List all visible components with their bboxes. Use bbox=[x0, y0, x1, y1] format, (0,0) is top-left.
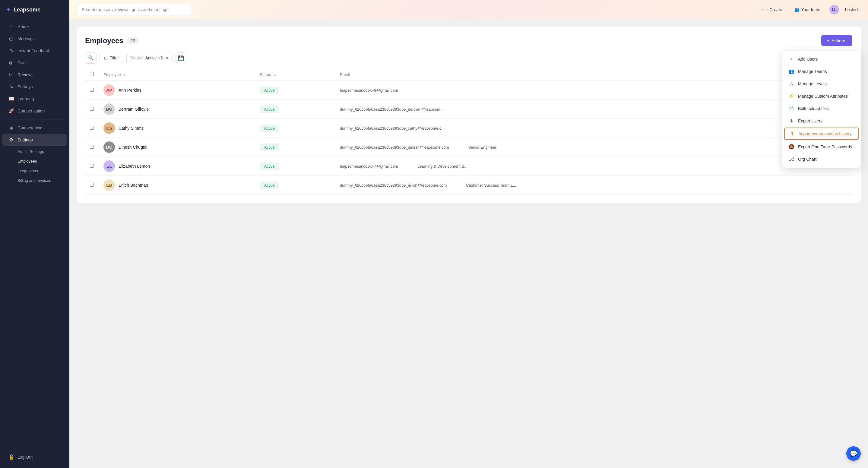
logo[interactable]: ✦ Leapsome bbox=[0, 0, 69, 18]
actions-button[interactable]: ▾ Actions bbox=[821, 35, 852, 46]
team-icon: 👥 bbox=[795, 7, 800, 12]
dropdown-item-import-compensation[interactable]: ⬆ Import compensation history bbox=[784, 128, 859, 140]
sidebar-item-settings[interactable]: ⚙ Settings bbox=[2, 134, 67, 146]
settings-sub-nav: Admin Settings Employees Integrations Bi… bbox=[0, 146, 69, 186]
email-cell: dummy_620cbbfa6aea236c59393db9_bertram@l… bbox=[335, 100, 852, 119]
row-checkbox[interactable] bbox=[90, 164, 94, 168]
select-all-checkbox[interactable] bbox=[90, 72, 94, 76]
dropdown-item-manage-levels[interactable]: △ Manage Levels bbox=[782, 77, 861, 90]
feedback-icon: ✎ bbox=[8, 48, 14, 53]
close-status-filter-icon[interactable]: ✕ bbox=[165, 56, 168, 60]
email-value: dummy_620cbbfa6aea236c59393db9_erlich@le… bbox=[340, 183, 447, 188]
employee-cell: BG Bertram Gilfoyle bbox=[99, 100, 255, 119]
row-checkbox[interactable] bbox=[90, 183, 94, 187]
email-value: dummy_620cbbfa6aea236c59393db9_bertram@l… bbox=[340, 107, 443, 112]
manage-custom-attrs-label: Manage Custom Attributes bbox=[798, 94, 848, 99]
export-passwords-label: Export One-Time-Passwords bbox=[798, 145, 852, 149]
email-value: dummy_620cbbfa6aea236c59393db9_cathy@lea… bbox=[340, 126, 444, 131]
import-compensation-icon: ⬆ bbox=[789, 131, 795, 136]
status-badge: Active bbox=[260, 144, 279, 151]
row-checkbox[interactable] bbox=[90, 145, 94, 149]
user-avatar[interactable]: LL bbox=[829, 5, 839, 14]
sidebar-item-surveys[interactable]: ∿ Surveys bbox=[2, 81, 67, 93]
save-filter-button[interactable]: 💾 bbox=[176, 53, 186, 63]
card-header: Employees 23 ▾ Actions bbox=[85, 35, 852, 46]
dropdown-item-manage-custom-attrs[interactable]: ⚡ Manage Custom Attributes bbox=[782, 90, 861, 102]
dept-value: Learning & Development S... bbox=[417, 164, 467, 168]
topbar-right: + + Create 👥 Your team LL Leslie L. bbox=[758, 5, 861, 14]
row-checkbox[interactable] bbox=[90, 88, 94, 92]
status-badge: Active bbox=[260, 182, 279, 189]
sidebar-item-home[interactable]: ⌂ Home bbox=[2, 21, 67, 32]
sidebar-item-label: Compensation bbox=[18, 108, 44, 114]
employee-name: Elizabeth Lemon bbox=[119, 164, 150, 168]
status-badge: Active bbox=[260, 162, 279, 170]
status-sort-icon[interactable]: ⇅ bbox=[273, 73, 276, 77]
employee-cell: EL Elizabeth Lemon bbox=[99, 157, 255, 176]
table-header-status[interactable]: Status ⇅ bbox=[255, 68, 335, 81]
sidebar-item-competencies[interactable]: ◈ Competencies bbox=[2, 122, 67, 133]
sidebar-item-meetings[interactable]: ◷ Meetings bbox=[2, 33, 67, 44]
filter-icon: ⊟ bbox=[104, 56, 108, 60]
avatar: BG bbox=[103, 103, 115, 115]
org-chart-label: Org Chart bbox=[798, 157, 816, 162]
dropdown-item-export-passwords[interactable]: 🔕 Export One-Time-Passwords bbox=[782, 141, 861, 153]
competencies-icon: ◈ bbox=[8, 125, 14, 131]
sidebar-item-label: Learning bbox=[18, 96, 34, 101]
sidebar-item-learning[interactable]: 📖 Learning bbox=[2, 93, 67, 105]
avatar: EB bbox=[103, 180, 115, 191]
email-cell: leapsomesandbox+7@gmail.com Learning & D… bbox=[335, 157, 852, 176]
sub-nav-billing[interactable]: Billing and Invoices bbox=[2, 176, 67, 185]
manage-levels-label: Manage Levels bbox=[798, 82, 827, 86]
dropdown-item-org-chart[interactable]: ⎇ Org Chart bbox=[782, 153, 861, 165]
manage-levels-icon: △ bbox=[788, 81, 795, 87]
row-checkbox[interactable] bbox=[90, 126, 94, 130]
dropdown-item-export-users[interactable]: ⬇ Export Users bbox=[782, 115, 861, 127]
search-filter-button[interactable]: 🔍 bbox=[85, 52, 96, 64]
employee-col-label: Employee bbox=[103, 72, 121, 77]
status-cell: Active bbox=[255, 119, 335, 138]
sidebar-item-logout[interactable]: 🔓 Log Out bbox=[2, 451, 67, 463]
export-users-icon: ⬇ bbox=[788, 118, 795, 124]
table-header-employee[interactable]: Employee ⇅ bbox=[99, 68, 255, 81]
meetings-icon: ◷ bbox=[8, 36, 14, 41]
dropdown-item-manage-teams[interactable]: 👥 Manage Teams bbox=[782, 65, 861, 77]
table-row: BG Bertram Gilfoyle Active dummy_620cbbf… bbox=[85, 100, 852, 119]
email-col-label: Email bbox=[340, 72, 350, 77]
dropdown-item-add-users[interactable]: + Add Users bbox=[782, 53, 861, 65]
sub-nav-employees[interactable]: Employees bbox=[2, 156, 67, 166]
status-filter-tag[interactable]: Status: Active +2 ✕ bbox=[126, 53, 173, 63]
filter-bar: 🔍 ⊟ Filter Status: Active +2 ✕ 💾 bbox=[85, 52, 852, 64]
sub-nav-integrations[interactable]: Integrations bbox=[2, 166, 67, 176]
filter-button[interactable]: ⊟ Filter bbox=[99, 53, 123, 63]
employee-name: Erlich Bachman bbox=[119, 183, 148, 188]
email-cell: dummy_620cbbfa6aea236c59393db9_erlich@le… bbox=[335, 176, 852, 195]
sidebar-item-label: Reviews bbox=[18, 72, 33, 77]
home-icon: ⌂ bbox=[8, 24, 14, 29]
status-filter-value: Active +2 bbox=[145, 56, 163, 60]
sidebar-item-goals[interactable]: ◎ Goals bbox=[2, 57, 67, 68]
row-checkbox-cell bbox=[85, 138, 99, 157]
row-checkbox[interactable] bbox=[90, 107, 94, 111]
sub-nav-admin-settings[interactable]: Admin Settings bbox=[2, 147, 67, 156]
employees-table: Employee ⇅ Status ⇅ Email bbox=[85, 68, 852, 195]
sidebar-item-compensation[interactable]: 🚀 Compensation bbox=[2, 105, 67, 117]
avatar: CS bbox=[103, 122, 115, 134]
create-button[interactable]: + + Create bbox=[758, 5, 785, 14]
create-label: + Create bbox=[766, 7, 782, 12]
sidebar-item-reviews[interactable]: ☑ Reviews bbox=[2, 69, 67, 81]
status-cell: Active bbox=[255, 176, 335, 195]
avatar: AP bbox=[103, 85, 115, 96]
sidebar-item-instant-feedback[interactable]: ✎ Instant Feedback bbox=[2, 44, 67, 56]
your-team-button[interactable]: 👥 Your team bbox=[792, 5, 824, 14]
employee-sort-icon[interactable]: ⇅ bbox=[123, 73, 126, 77]
search-input[interactable] bbox=[76, 4, 191, 15]
dropdown-item-bulk-upload[interactable]: 📄 Bulk upload files bbox=[782, 102, 861, 115]
table-row: EB Erlich Bachman Active dummy_620cbbfa6… bbox=[85, 176, 852, 195]
email-cell: leapsomesandbox+8@gmail.com bbox=[335, 81, 852, 100]
manage-teams-icon: 👥 bbox=[788, 68, 795, 74]
page-title: Employees bbox=[85, 36, 123, 45]
chat-bubble-button[interactable]: 💬 bbox=[846, 446, 861, 461]
table-row: CS Cathy Simms Active dummy_620cbbfa6aea… bbox=[85, 119, 852, 138]
actions-label: Actions bbox=[832, 38, 846, 43]
